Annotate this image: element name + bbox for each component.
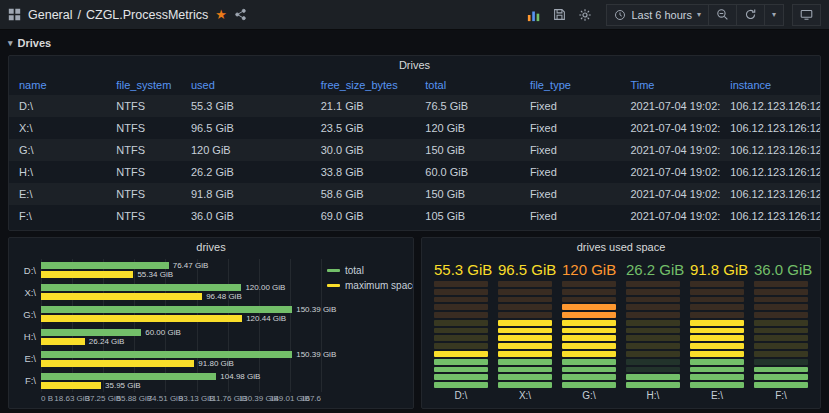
table-cell: NTFS [106, 205, 181, 227]
x-tick-label: 0 B [41, 394, 53, 403]
refresh-button[interactable] [737, 4, 765, 26]
bar-group: 76.47 GiB55.34 GiB [41, 259, 321, 281]
lcd-cell [562, 359, 616, 365]
share-icon[interactable] [234, 8, 247, 21]
column-header[interactable]: name [9, 75, 106, 95]
bar-chart-body: D:\X:\G:\H:\E:\F:\ 76.47 GiB55.34 GiB120… [9, 257, 413, 408]
table-cell: 106.12.123.126:1234 [720, 205, 820, 227]
dashboard: ▾ Drives Drives namefile_systemusedfree_… [0, 30, 829, 409]
column-header[interactable]: used [181, 75, 311, 95]
lcd-cell [754, 367, 808, 373]
lcd-gauge: 96.5 GiBX:\ [498, 259, 552, 403]
table-cell: 105 GiB [415, 205, 520, 227]
table-cell: 2021-07-04 19:02:45 [620, 205, 720, 227]
lcd-cell [754, 312, 808, 318]
table-cell: 106.12.123.126:1234 [720, 183, 820, 205]
bar-line: 55.34 GiB [41, 271, 321, 278]
table-cell: F:\ [9, 205, 106, 227]
table-cell: 91.8 GiB [181, 183, 311, 205]
breadcrumb-folder[interactable]: General [28, 8, 72, 22]
drives-bar-plot: 76.47 GiB55.34 GiB120.00 GiB96.48 GiB150… [41, 259, 321, 392]
column-header[interactable]: Time [620, 75, 720, 95]
cycle-view-mode-button[interactable] [792, 4, 821, 26]
table-cell: 106.12.123.126:1234 [720, 139, 820, 161]
bar-chart-panel-title[interactable]: drives [9, 238, 413, 257]
table-cell: 2021-07-04 19:02:45 [620, 139, 720, 161]
lcd-gauge: 26.2 GiBH:\ [626, 259, 680, 403]
lcd-cell [626, 297, 680, 303]
lcd-panel-title[interactable]: drives used space [422, 238, 820, 257]
bar-group: 60.00 GiB26.24 GiB [41, 326, 321, 348]
refresh-interval-dropdown[interactable]: ▾ [765, 4, 784, 26]
gauge-value: 55.3 GiB [434, 259, 488, 281]
column-header[interactable]: total [415, 75, 520, 95]
table-cell: 2021-07-04 19:02:45 [620, 95, 720, 117]
table-panel-title[interactable]: Drives [9, 56, 820, 75]
lcd-cell [626, 328, 680, 334]
lcd-cells [690, 281, 744, 388]
lcd-cell [690, 281, 744, 287]
lcd-gauge: 120 GiBG:\ [562, 259, 616, 403]
dashboard-settings-gear-icon[interactable] [574, 6, 596, 24]
time-range-picker[interactable]: Last 6 hours ▾ [606, 4, 709, 26]
navbar-left: General / CZGL.ProcessMetrics ★ [8, 8, 247, 22]
table-cell: D:\ [9, 95, 106, 117]
gauge-value: 96.5 GiB [498, 259, 552, 281]
bar-value-label: 60.00 GiB [145, 329, 181, 337]
column-header[interactable]: free_size_bytes [311, 75, 416, 95]
bar-maximum-space [41, 360, 194, 367]
gauge-value: 36.0 GiB [754, 259, 808, 281]
gauge-value: 26.2 GiB [626, 259, 680, 281]
lcd-cells [626, 281, 680, 388]
legend-marker [327, 284, 340, 287]
lcd-cell [562, 289, 616, 295]
lcd-cell [626, 367, 680, 373]
table-cell: 55.3 GiB [181, 95, 311, 117]
gridline [321, 259, 322, 392]
lcd-gauge: 55.3 GiBD:\ [434, 259, 488, 403]
lcd-cell [690, 312, 744, 318]
category-label: F:\ [15, 370, 41, 392]
table-cell: 69.0 GiB [311, 205, 416, 227]
table-cell: Fixed [520, 205, 621, 227]
row-header-drives[interactable]: ▾ Drives [8, 34, 821, 52]
bar-value-label: 150.39 GiB [296, 351, 336, 359]
lcd-cell [434, 335, 488, 341]
lcd-cell [626, 281, 680, 287]
zoom-out-button[interactable] [709, 4, 737, 26]
dashboard-title[interactable]: CZGL.ProcessMetrics [86, 8, 208, 22]
lcd-cell [562, 320, 616, 326]
lcd-cell [626, 289, 680, 295]
column-header[interactable]: instance [720, 75, 820, 95]
caret-down-icon: ▾ [697, 10, 701, 19]
bar-maximum-space [41, 271, 133, 278]
lcd-cell [498, 289, 552, 295]
lcd-cell [498, 335, 552, 341]
lcd-cell [754, 304, 808, 310]
lcd-cell [754, 297, 808, 303]
breadcrumb-separator: / [77, 8, 80, 22]
favorite-star-icon[interactable]: ★ [215, 8, 227, 21]
bar-line: 26.24 GiB [41, 338, 321, 345]
add-panel-button[interactable] [523, 6, 545, 24]
drives-table-panel: Drives namefile_systemusedfree_size_byte… [8, 55, 821, 231]
lcd-cell [626, 335, 680, 341]
bar-chart-area: D:\X:\G:\H:\E:\F:\ 76.47 GiB55.34 GiB120… [15, 259, 321, 392]
legend-label: maximum space [345, 280, 414, 291]
lcd-cell [754, 320, 808, 326]
bar-line: 76.47 GiB [41, 262, 321, 269]
column-header[interactable]: file_system [106, 75, 181, 95]
lcd-cell [754, 289, 808, 295]
lcd-cell [434, 367, 488, 373]
bar-value-label: 76.47 GiB [173, 262, 209, 270]
gauge-label: F:\ [754, 388, 808, 403]
column-header[interactable]: file_type [520, 75, 621, 95]
lcd-cell [434, 281, 488, 287]
legend-item[interactable]: total [327, 265, 407, 276]
table-cell: X:\ [9, 117, 106, 139]
bar-group: 104.98 GiB35.95 GiB [41, 370, 321, 392]
breadcrumb[interactable]: General / CZGL.ProcessMetrics [28, 8, 208, 22]
save-dashboard-button[interactable] [549, 6, 570, 23]
legend-item[interactable]: maximum space [327, 280, 407, 291]
bar-line: 120.44 GiB [41, 315, 321, 322]
